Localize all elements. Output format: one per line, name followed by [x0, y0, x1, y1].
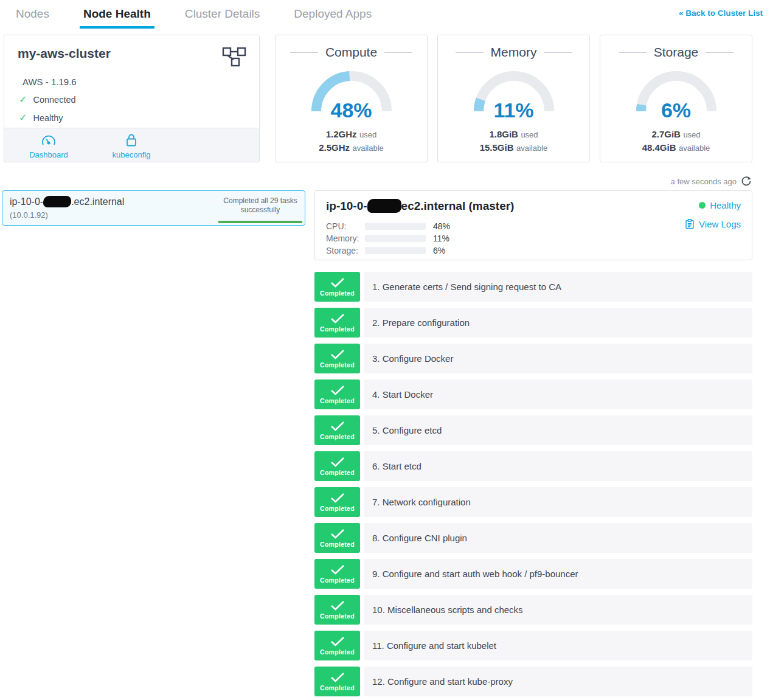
- task-row: Completed 1. Generate certs / Send signi…: [314, 272, 752, 302]
- task-completed-badge: Completed: [314, 487, 360, 517]
- refresh-icon[interactable]: [741, 176, 752, 187]
- task-label: 7. Network configuration: [364, 487, 752, 517]
- gauge-title: Memory: [491, 45, 537, 60]
- check-icon: [330, 636, 345, 646]
- gauge-stats: 2.7GiB used 48.4GiB available: [600, 128, 752, 154]
- check-icon: [330, 600, 345, 611]
- metric-label: Storage:: [326, 246, 365, 255]
- gauge-stats: 1.8GiB used 15.5GiB available: [438, 128, 589, 154]
- task-row: Completed 5. Configure etcd: [314, 415, 752, 445]
- task-row: Completed 10. Miscellaneous scripts and …: [314, 595, 752, 625]
- task-label: 11. Configure and start kubelet: [364, 631, 752, 660]
- check-icon: ✓: [19, 112, 27, 123]
- check-icon: [330, 349, 345, 359]
- task-completed-badge: Completed: [314, 631, 360, 660]
- task-label: 12. Configure and start kube-proxy: [364, 667, 752, 696]
- metric-row: CPU: 48%: [326, 220, 741, 232]
- node-list-item[interactable]: ip-10-0-.ec2.internal (10.0.1.92) Comple…: [2, 190, 305, 226]
- check-icon: [330, 493, 345, 503]
- task-completed-badge: Completed: [314, 415, 360, 445]
- resource-gauges: Compute 48% 1.2GHz used 2.5GHz available…: [275, 35, 752, 162]
- metric-bar: [365, 223, 426, 230]
- gauge-title: Storage: [654, 45, 699, 60]
- task-completed-badge: Completed: [314, 451, 360, 481]
- divider: [456, 52, 484, 53]
- task-label: 5. Configure etcd: [364, 415, 752, 445]
- check-icon: [330, 277, 345, 288]
- metric-bar: [365, 247, 426, 254]
- divider: [544, 52, 572, 53]
- metric-value: 11%: [433, 234, 449, 243]
- metric-value: 6%: [433, 246, 445, 255]
- tab-nodes[interactable]: Nodes: [12, 0, 53, 29]
- task-completed-badge: Completed: [314, 667, 360, 696]
- task-label: 1. Generate certs / Send signing request…: [364, 272, 752, 302]
- metric-label: Memory:: [326, 234, 365, 243]
- check-icon: ✓: [19, 94, 27, 105]
- task-label: 6. Start etcd: [364, 451, 752, 481]
- cluster-card-footer: Dashboard kubeconfig: [4, 128, 259, 162]
- task-completed-badge: Completed: [314, 344, 360, 373]
- gauge-stats: 1.2GHz used 2.5GHz available: [276, 128, 427, 154]
- tab-deployed-apps[interactable]: Deployed Apps: [290, 0, 375, 29]
- task-label: 4. Start Docker: [364, 379, 752, 409]
- task-progress-bar: [218, 221, 302, 223]
- view-logs-link[interactable]: View Logs: [685, 219, 741, 229]
- dashboard-button[interactable]: Dashboard: [21, 133, 76, 159]
- task-completed-badge: Completed: [314, 272, 360, 302]
- task-row: Completed 7. Network configuration: [314, 487, 752, 517]
- node-detail-panel: ip-10-0-ec2.internal (master) CPU: 48% M…: [314, 190, 752, 260]
- task-completed-badge: Completed: [314, 523, 360, 553]
- task-label: 9. Configure and start auth web hook / p…: [364, 559, 752, 589]
- gauge-percent: 6%: [634, 99, 719, 122]
- task-row: Completed 2. Prepare configuration: [314, 308, 752, 338]
- divider: [384, 52, 412, 53]
- task-row: Completed 6. Start etcd: [314, 451, 752, 481]
- tab-node-health[interactable]: Node Health: [80, 0, 154, 29]
- lock-icon: [124, 133, 139, 150]
- metric-row: Storage: 6%: [326, 244, 741, 257]
- cluster-topology-icon: [221, 46, 247, 69]
- back-to-cluster-list-link[interactable]: « Back to Cluster List: [679, 9, 763, 18]
- task-list: Completed 1. Generate certs / Send signi…: [314, 272, 752, 700]
- check-icon: [330, 528, 345, 539]
- check-icon: [330, 564, 345, 575]
- node-ip: (10.0.1.92): [10, 210, 48, 220]
- cluster-version: AWS - 1.19.6: [23, 77, 259, 87]
- check-icon: [330, 313, 345, 324]
- task-completed-badge: Completed: [314, 308, 360, 338]
- divider: [290, 52, 318, 53]
- metric-bar: [365, 235, 426, 242]
- task-row: Completed 9. Configure and start auth we…: [314, 559, 752, 589]
- check-icon: [330, 457, 345, 467]
- gauge-title: Compute: [325, 45, 377, 60]
- cluster-name: my-aws-cluster: [18, 46, 111, 69]
- tab-bar: NodesNode HealthCluster DetailsDeployed …: [0, 0, 770, 28]
- task-label: 10. Miscellaneous scripts and checks: [364, 595, 752, 625]
- divider: [619, 52, 647, 53]
- task-completed-badge: Completed: [314, 559, 360, 589]
- task-row: Completed 3. Configure Docker: [314, 344, 752, 373]
- check-icon: [330, 385, 345, 395]
- dashboard-gauge-icon: [41, 133, 57, 150]
- check-icon: [330, 421, 345, 431]
- node-task-status: Completed all 29 tasks successfully: [218, 196, 302, 215]
- healthy-dot-icon: [699, 202, 706, 209]
- gauge-arc: 48%: [309, 69, 394, 117]
- last-refreshed: a few seconds ago: [671, 176, 752, 187]
- page: NodesNode HealthCluster DetailsDeployed …: [0, 0, 770, 700]
- task-row: Completed 12. Configure and start kube-p…: [314, 667, 752, 696]
- metric-row: Memory: 11%: [326, 232, 741, 244]
- check-icon: [330, 672, 345, 682]
- refresh-timestamp: a few seconds ago: [671, 177, 737, 186]
- metric-label: CPU:: [326, 221, 365, 231]
- kubeconfig-button[interactable]: kubeconfig: [104, 133, 159, 159]
- gauge-card: Compute 48% 1.2GHz used 2.5GHz available: [275, 35, 428, 162]
- redaction-blob: [43, 196, 71, 207]
- gauge-card: Storage 6% 2.7GiB used 48.4GiB available: [600, 35, 752, 162]
- cluster-status-healthy: ✓ Healthy: [19, 112, 259, 123]
- tab-cluster-details[interactable]: Cluster Details: [181, 0, 264, 29]
- metric-value: 48%: [433, 221, 450, 231]
- redaction-blob: [367, 199, 401, 213]
- gauge-card: Memory 11% 1.8GiB used 15.5GiB available: [437, 35, 590, 162]
